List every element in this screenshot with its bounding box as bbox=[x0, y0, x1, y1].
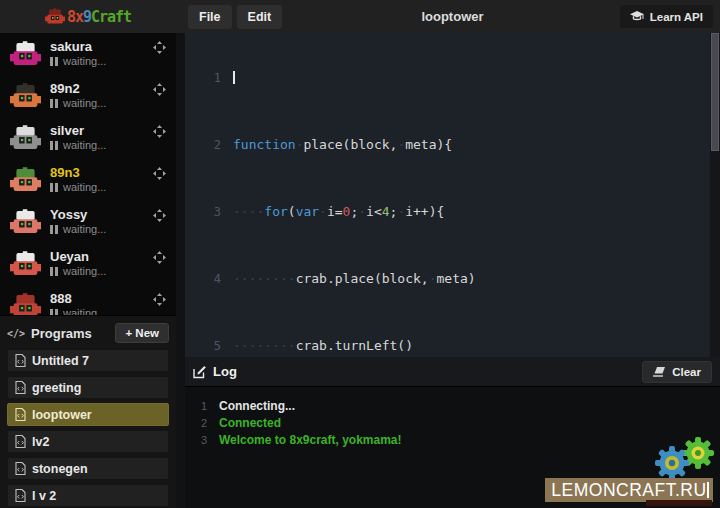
line-code: ····for(var·i=0;·i<4;·i++){ bbox=[233, 204, 444, 221]
player-status: waiting... bbox=[50, 181, 106, 193]
pause-icon bbox=[50, 99, 58, 108]
player-status: waiting... bbox=[50, 55, 106, 67]
player-status-text: waiting... bbox=[63, 265, 106, 277]
player-meta: 89n2 waiting... bbox=[50, 81, 106, 109]
text-cursor bbox=[233, 71, 235, 84]
log-line: 2 Connected bbox=[185, 414, 720, 431]
watermark-caret bbox=[707, 482, 709, 498]
watermark-micro bbox=[646, 500, 712, 506]
code-line: 3 ····for(var·i=0;·i<4;·i++){ bbox=[185, 204, 710, 221]
new-program-button[interactable]: + New bbox=[115, 323, 169, 343]
line-number: 2 bbox=[185, 137, 233, 154]
program-file-icon bbox=[15, 462, 26, 475]
program-item[interactable]: greeting bbox=[7, 376, 169, 399]
robot-icon bbox=[10, 251, 41, 277]
log-line-text: Welcome to 8x9craft, yokmama! bbox=[219, 433, 402, 447]
player-row[interactable]: sakura waiting... bbox=[0, 33, 176, 75]
move-icon[interactable] bbox=[153, 209, 166, 222]
move-icon[interactable] bbox=[153, 251, 166, 264]
line-code: function·place(block,·meta){ bbox=[233, 137, 452, 154]
robot-icon bbox=[10, 293, 41, 315]
editor-scrollbar bbox=[710, 33, 720, 357]
player-status: waiting... bbox=[50, 97, 106, 109]
programs-title: Programs bbox=[31, 326, 115, 341]
move-icon[interactable] bbox=[153, 125, 166, 138]
program-name: Untitled 7 bbox=[32, 354, 89, 368]
player-row[interactable]: 89n2 waiting... bbox=[0, 75, 176, 117]
code-line: 4 ········crab.place(block,·meta) bbox=[185, 271, 710, 288]
log-lines: 1 Connecting... 2 Connected 3 Welcome to… bbox=[185, 387, 720, 448]
code-icon: </> bbox=[7, 328, 25, 339]
log-line-number: 2 bbox=[185, 417, 219, 429]
player-status: waiting... bbox=[50, 265, 106, 277]
line-number: 4 bbox=[185, 271, 233, 288]
player-meta: Yossy waiting... bbox=[50, 207, 106, 235]
line-number: 3 bbox=[185, 204, 233, 221]
code-line: 5 ········crab.turnLeft() bbox=[185, 338, 710, 355]
log-header: Log Clear bbox=[185, 357, 720, 387]
program-item[interactable]: looptower bbox=[7, 403, 169, 426]
robot-icon bbox=[10, 41, 41, 67]
player-status-text: waiting... bbox=[63, 55, 106, 67]
move-icon[interactable] bbox=[153, 41, 166, 54]
program-list: Untitled 7 greeting looptower lv2 bbox=[7, 349, 169, 507]
move-icon[interactable] bbox=[153, 83, 166, 96]
log-line: 3 Welcome to 8x9craft, yokmama! bbox=[185, 431, 720, 448]
robot-icon bbox=[10, 83, 41, 109]
crab-logo-icon bbox=[45, 8, 65, 25]
move-icon[interactable] bbox=[153, 293, 166, 306]
player-name: Yossy bbox=[50, 207, 106, 222]
player-name: Ueyan bbox=[50, 249, 106, 264]
program-file-icon bbox=[15, 381, 26, 394]
code-editor[interactable]: 1 2 function·place(block,·meta){ 3 ····f… bbox=[185, 33, 720, 357]
move-icon[interactable] bbox=[153, 167, 166, 180]
player-name: 888 bbox=[50, 291, 106, 306]
graduation-cap-icon bbox=[630, 11, 644, 22]
player-row[interactable]: silver waiting... bbox=[0, 117, 176, 159]
eraser-icon bbox=[653, 367, 666, 377]
player-name: silver bbox=[50, 123, 106, 138]
player-name: 89n3 bbox=[50, 165, 106, 180]
editor-scrollbar-thumb[interactable] bbox=[711, 33, 719, 151]
learn-api-button[interactable]: Learn API bbox=[620, 5, 713, 28]
player-status: waiting... bbox=[50, 307, 106, 315]
player-row[interactable]: Yossy waiting... bbox=[0, 201, 176, 243]
code-line: 1 bbox=[185, 70, 710, 87]
program-item[interactable]: stonegen bbox=[7, 457, 169, 480]
log-title: Log bbox=[213, 364, 237, 379]
log-line: 1 Connecting... bbox=[185, 397, 720, 414]
player-name: 89n2 bbox=[50, 81, 106, 96]
code-lines: 1 2 function·place(block,·meta){ 3 ····f… bbox=[185, 36, 710, 357]
program-file-icon bbox=[15, 354, 26, 367]
player-row[interactable]: 89n3 waiting... bbox=[0, 159, 176, 201]
line-code: ········crab.place(block,·meta) bbox=[233, 271, 476, 288]
player-status-text: waiting... bbox=[63, 139, 106, 151]
pause-icon bbox=[50, 141, 58, 150]
player-meta: Ueyan waiting... bbox=[50, 249, 106, 277]
edit-menu-button[interactable]: Edit bbox=[237, 5, 283, 29]
line-code bbox=[233, 70, 235, 87]
program-name: looptower bbox=[32, 408, 92, 422]
player-row[interactable]: 888 waiting... bbox=[0, 285, 176, 315]
program-item[interactable]: lv2 bbox=[7, 430, 169, 453]
player-row[interactable]: Ueyan waiting... bbox=[0, 243, 176, 285]
blue-gear-icon bbox=[655, 446, 689, 480]
code-line: 2 function·place(block,·meta){ bbox=[185, 137, 710, 154]
pause-icon bbox=[50, 183, 58, 192]
file-menu-button[interactable]: File bbox=[188, 5, 232, 29]
player-meta: silver waiting... bbox=[50, 123, 106, 151]
player-meta: sakura waiting... bbox=[50, 39, 106, 67]
player-status-text: waiting... bbox=[63, 223, 106, 235]
program-item[interactable]: Untitled 7 bbox=[7, 349, 169, 372]
menu-bar: File Edit bbox=[188, 0, 282, 33]
pause-icon bbox=[50, 267, 58, 276]
clear-log-button[interactable]: Clear bbox=[642, 361, 712, 383]
program-name: greeting bbox=[32, 381, 81, 395]
program-file-icon bbox=[15, 408, 26, 421]
line-code: ········crab.turnLeft() bbox=[233, 338, 413, 355]
player-list: sakura waiting... bbox=[0, 33, 176, 315]
program-item[interactable]: l v 2 bbox=[7, 484, 169, 507]
player-status: waiting... bbox=[50, 223, 106, 235]
log-edit-icon bbox=[193, 365, 207, 379]
player-status: waiting... bbox=[50, 139, 106, 151]
